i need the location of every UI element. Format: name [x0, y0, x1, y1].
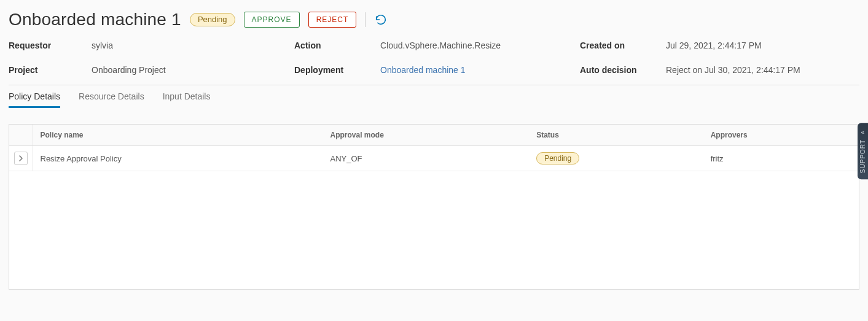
status-pill: Pending	[536, 152, 579, 164]
policy-table: Policy name Approval mode Status Approve…	[9, 125, 859, 171]
col-expander	[9, 125, 33, 146]
requestor-value: sylvia	[92, 41, 294, 50]
createdon-value: Jul 29, 2021, 2:44:17 PM	[666, 41, 859, 50]
autodecision-label: Auto decision	[580, 65, 666, 75]
deployment-link[interactable]: Onboarded machine 1	[380, 65, 580, 75]
reject-button[interactable]: REJECT	[308, 12, 357, 28]
header-row: Onboarded machine 1 Pending APPROVE REJE…	[9, 10, 859, 29]
expand-row-button[interactable]	[14, 152, 28, 165]
policy-table-wrap: Policy name Approval mode Status Approve…	[9, 124, 859, 290]
createdon-label: Created on	[580, 41, 666, 50]
project-label: Project	[9, 65, 92, 75]
tab-policy-details[interactable]: Policy Details	[9, 91, 60, 108]
refresh-icon[interactable]	[374, 13, 388, 26]
deployment-label: Deployment	[294, 65, 380, 75]
cell-policy-name: Resize Approval Policy	[33, 146, 323, 171]
horizontal-scrollbar[interactable]	[9, 312, 859, 321]
action-value: Cloud.vSphere.Machine.Resize	[380, 41, 580, 50]
chevron-up-icon: «	[861, 129, 865, 136]
tab-resource-details[interactable]: Resource Details	[79, 91, 144, 108]
support-label: SUPPORT	[859, 139, 866, 173]
cell-approvers: fritz	[703, 146, 859, 171]
col-approval-mode[interactable]: Approval mode	[323, 125, 529, 146]
status-badge: Pending	[190, 13, 235, 26]
col-status[interactable]: Status	[529, 125, 703, 146]
support-tab[interactable]: SUPPORT «	[858, 123, 868, 179]
cell-approval-mode: ANY_OF	[323, 146, 529, 171]
col-policy-name[interactable]: Policy name	[33, 125, 323, 146]
properties-grid: Requestor sylvia Action Cloud.vSphere.Ma…	[9, 41, 859, 75]
col-approvers[interactable]: Approvers	[703, 125, 859, 146]
tab-input-details[interactable]: Input Details	[163, 91, 211, 108]
page-title: Onboarded machine 1	[9, 10, 181, 29]
approve-button[interactable]: APPROVE	[244, 12, 300, 28]
project-value: Onboarding Project	[92, 65, 294, 75]
separator	[365, 12, 366, 27]
action-label: Action	[294, 41, 380, 50]
requestor-label: Requestor	[9, 41, 92, 50]
tabs: Policy Details Resource Details Input De…	[9, 85, 859, 108]
cell-status: Pending	[529, 146, 703, 171]
table-row: Resize Approval Policy ANY_OF Pending fr…	[9, 146, 859, 171]
autodecision-value: Reject on Jul 30, 2021, 2:44:17 PM	[666, 65, 859, 75]
